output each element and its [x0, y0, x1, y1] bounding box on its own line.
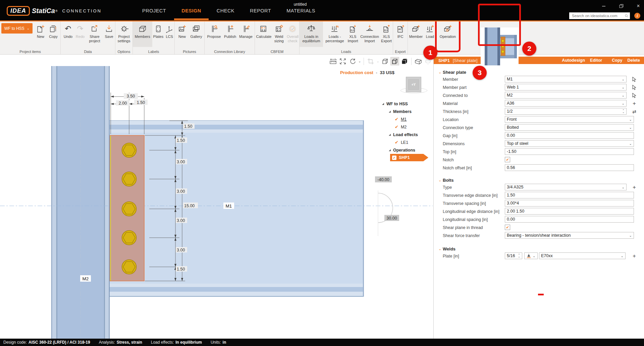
propose-button[interactable]: Propose	[206, 21, 222, 47]
connection-import-button[interactable]: Connection Import	[359, 21, 380, 47]
copy-operation-button[interactable]: Copy	[612, 58, 622, 63]
new-member-button[interactable]: Member	[408, 21, 424, 47]
connection-type-select[interactable]: Bolted⌄	[505, 124, 634, 131]
tree-item-le1[interactable]: ✔ LE1	[379, 138, 433, 146]
members-labels-button[interactable]: Members	[133, 21, 152, 47]
expander-icon[interactable]	[388, 110, 391, 113]
tab-project[interactable]: PROJECT	[141, 1, 167, 20]
template-preset-dropdown[interactable]: WF to HSS⌄	[1, 23, 33, 34]
xls-export-button[interactable]: XLS XLS Export	[380, 21, 393, 47]
calculate-button[interactable]: Calculate	[256, 21, 272, 47]
undo-button[interactable]: ↶ Undo	[62, 21, 74, 47]
checkbox-checked-icon[interactable]: ✔	[392, 156, 396, 160]
shear-force-transfer-select[interactable]: Bearing - tension/shear interaction⌄	[505, 232, 634, 239]
weld-type-select[interactable]: ⌄	[524, 252, 538, 259]
loads-in-equilibrium-button[interactable]: Loads in equilibrium	[300, 21, 323, 47]
plates-labels-button[interactable]: Plates	[152, 21, 165, 47]
share-project-button[interactable]: Share project	[86, 21, 103, 47]
weld-sizing-button[interactable]: Weld sizing	[272, 21, 286, 47]
copy-project-button[interactable]: Copy	[47, 21, 60, 47]
thickness-stepper[interactable]: 1/2⌃⌄	[505, 108, 627, 115]
top-input[interactable]: -1.50	[505, 148, 634, 155]
tab-materials[interactable]: MATERIALS	[285, 1, 317, 20]
tree-group-members[interactable]: Members	[379, 108, 433, 115]
tree-item-m2[interactable]: ✔ M2	[379, 123, 433, 131]
publish-button[interactable]: Publish	[222, 21, 238, 47]
zoom-fit-icon[interactable]	[338, 57, 347, 65]
spinner-icon[interactable]: ⌃⌄	[518, 254, 520, 257]
transverse-spacing-input[interactable]: 3.00*4	[505, 200, 634, 207]
editor-button[interactable]: Editor	[590, 58, 602, 63]
loads-percentage-button[interactable]: % Loads - percentage	[323, 21, 346, 47]
collapse-chevron-icon[interactable]: ⌄	[438, 70, 443, 74]
ifc-export-button[interactable]: IFC IFC	[393, 21, 408, 47]
spinner-icon[interactable]: ⌃⌄	[622, 110, 625, 113]
pick-connected-cursor-icon[interactable]	[631, 92, 638, 99]
close-button[interactable]: ×	[633, 3, 643, 9]
new-operation-button[interactable]: Operation	[436, 21, 460, 47]
project-settings-button[interactable]: </> Project settings	[115, 21, 132, 47]
connection-scene-viewport[interactable]: 3.50 2.00 1.50 1.50 1.50 3.00 3.00 15.00…	[0, 55, 433, 339]
longitudinal-edge-input[interactable]: 2.00 1.50	[505, 208, 634, 215]
section-welds[interactable]: ⌄ Welds	[434, 246, 644, 252]
collapse-chevron-icon[interactable]: ⌄	[438, 247, 443, 251]
pick-member-cursor-icon[interactable]	[631, 76, 638, 83]
redo-button[interactable]: ↷ Redo	[74, 21, 86, 47]
maximize-button[interactable]	[616, 3, 627, 9]
checkmark-icon[interactable]: ✔	[395, 140, 398, 145]
member-part-select[interactable]: Web 1⌄	[505, 84, 627, 91]
add-material-button[interactable]: +	[631, 100, 638, 107]
search-input[interactable]	[569, 14, 625, 18]
checkmark-icon[interactable]: ✔	[395, 124, 398, 129]
info-icon[interactable]: i	[634, 13, 640, 19]
bolt-type-select[interactable]: 3/4 A325⌄	[505, 184, 627, 190]
shear-plane-checkbox-checked[interactable]: ✔	[505, 225, 510, 230]
section-crop-icon[interactable]	[366, 57, 375, 65]
clip-section-icon[interactable]	[414, 57, 423, 65]
tree-item-shp1-selected[interactable]: ✔ SHP1	[379, 154, 433, 162]
section-bolts[interactable]: ⌄ Bolts	[434, 177, 644, 183]
connected-to-select[interactable]: M2⌄	[505, 92, 627, 99]
tab-design[interactable]: DESIGN	[180, 1, 203, 20]
solid-view-icon[interactable]	[400, 57, 409, 65]
view-cube-gizmo[interactable]: +Y	[406, 77, 421, 92]
autodesign-button[interactable]: Autodesign	[562, 58, 585, 63]
pick-member-part-cursor-icon[interactable]	[631, 84, 638, 91]
tree-group-load-effects[interactable]: Load effects	[379, 131, 433, 138]
section-shear-plate[interactable]: ⌄ Shear plate	[434, 69, 644, 75]
chevron-down-icon[interactable]: ⌄	[358, 59, 361, 63]
collapse-chevron-icon[interactable]: ⌄	[438, 178, 443, 182]
manage-button[interactable]: Manage	[238, 21, 254, 47]
add-weld-material-button[interactable]: +	[631, 253, 638, 260]
new-load-button[interactable]: Load	[424, 21, 436, 47]
new-project-button[interactable]: New	[34, 21, 47, 47]
new-picture-button[interactable]: New	[175, 21, 189, 47]
longitudinal-spacing-input[interactable]: 0.00	[505, 216, 634, 223]
gap-input[interactable]: 0.00	[505, 132, 634, 139]
electrode-select[interactable]: E70xx⌄	[539, 252, 626, 259]
location-select[interactable]: Front⌄	[505, 116, 634, 123]
xls-import-button[interactable]: XLS XLS Import	[346, 21, 359, 47]
tree-group-operations[interactable]: Operations	[379, 146, 433, 154]
tab-report[interactable]: REPORT	[249, 1, 272, 20]
expander-icon[interactable]	[388, 149, 391, 152]
shaded-edges-view-icon[interactable]	[390, 57, 399, 65]
tree-root-wf-to-hss[interactable]: WF to HSS	[379, 100, 433, 108]
search-box[interactable]	[569, 12, 630, 19]
gallery-button[interactable]: Gallery	[189, 21, 204, 47]
notch-checkbox-checked[interactable]: ✔	[505, 157, 510, 162]
material-select[interactable]: A36⌄	[505, 100, 627, 107]
expander-icon[interactable]	[382, 103, 384, 105]
dimensions-select[interactable]: Top of steel⌄	[505, 140, 634, 147]
rotate-view-icon[interactable]	[348, 57, 357, 65]
notch-offset-input[interactable]: 0.56	[505, 164, 634, 171]
save-button[interactable]: Save	[103, 21, 115, 47]
minimize-button[interactable]	[599, 3, 609, 9]
checkmark-icon[interactable]: ✔	[395, 117, 398, 122]
tree-item-m1[interactable]: ✔ M1	[379, 115, 433, 123]
wireframe-view-icon[interactable]	[381, 57, 389, 65]
expander-icon[interactable]	[388, 133, 391, 136]
selected-operation-flag[interactable]: ✔ SHP1	[390, 154, 428, 161]
weld-size-stepper[interactable]: 5/16⌃⌄	[505, 252, 522, 259]
swap-thickness-icon[interactable]: ⇄	[631, 108, 638, 115]
